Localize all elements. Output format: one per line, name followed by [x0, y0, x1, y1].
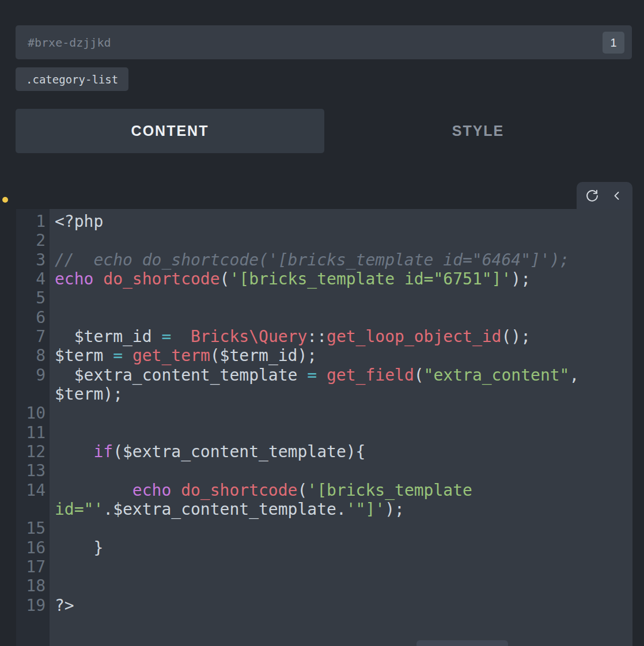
line-number: 12: [16, 442, 50, 461]
code-line: 6: [16, 308, 632, 327]
chevron-left-icon[interactable]: [607, 186, 627, 206]
code-line-text: [50, 308, 55, 327]
code-line-text: [50, 519, 55, 538]
line-number: 1: [16, 212, 50, 231]
code-line: 7 $term_id = Bricks\Query::get_loop_obje…: [16, 327, 632, 346]
code-line-text: if($extra_content_template){: [50, 442, 365, 461]
line-number: 5: [16, 288, 50, 307]
tab-style[interactable]: STYLE: [324, 109, 632, 153]
code-line: id="'.$extra_content_template.'"]');: [16, 500, 632, 519]
line-number: 6: [16, 308, 50, 327]
code-line: 11: [16, 423, 632, 442]
line-number: 15: [16, 519, 50, 538]
code-line: 19?>: [16, 596, 632, 615]
horizontal-scrollbar-thumb[interactable]: [416, 640, 508, 646]
code-line: 1<?php: [16, 212, 632, 231]
code-line-text: ?>: [50, 596, 74, 615]
code-line-text: // echo do_shortcode('[bricks_template i…: [50, 250, 569, 269]
code-line-text: }: [50, 538, 103, 557]
code-line: 4echo do_shortcode('[bricks_template id=…: [16, 269, 632, 288]
line-number: 13: [16, 461, 50, 480]
code-line: 18: [16, 576, 632, 595]
line-number: 14: [16, 481, 50, 500]
line-number: [16, 385, 50, 404]
code-line-text: $extra_content_template = get_field("ext…: [50, 366, 579, 385]
element-id-input[interactable]: #brxe-dzjjkd 1: [16, 25, 632, 59]
line-number: 4: [16, 269, 50, 288]
code-line-text: id="'.$extra_content_template.'"]');: [50, 500, 404, 519]
bricks-builder-code-panel: { "element": { "id_label": "#brxe-dzjjkd…: [0, 0, 644, 646]
code-line: 15: [16, 519, 632, 538]
line-number: 2: [16, 231, 50, 250]
line-number: 9: [16, 366, 50, 385]
code-line: 2: [16, 231, 632, 250]
code-line-text: [50, 423, 55, 442]
code-line-text: echo do_shortcode('[bricks_template id="…: [50, 269, 531, 288]
code-editor-toolbar: [577, 182, 632, 209]
element-id-placeholder: #brxe-dzjjkd: [16, 36, 632, 50]
code-line-text: [50, 557, 55, 576]
code-line-text: $term_id = Bricks\Query::get_loop_object…: [50, 327, 531, 346]
code-line-text: [50, 461, 55, 480]
code-line: 14 echo do_shortcode('[bricks_template: [16, 481, 632, 500]
line-number: 10: [16, 404, 50, 423]
code-line-text: [50, 404, 55, 423]
line-number: [16, 500, 50, 519]
code-line: 5: [16, 288, 632, 307]
line-number: 11: [16, 423, 50, 442]
code-line: 3// echo do_shortcode('[bricks_template …: [16, 250, 632, 269]
refresh-icon[interactable]: [582, 186, 602, 206]
line-number: 8: [16, 346, 50, 365]
code-line: 8$term = get_term($term_id);: [16, 346, 632, 365]
code-line-text: [50, 288, 55, 307]
tab-content[interactable]: CONTENT: [16, 109, 324, 153]
code-editor[interactable]: 1<?php23// echo do_shortcode('[bricks_te…: [16, 209, 632, 646]
element-class-chip[interactable]: .category-list: [16, 67, 128, 91]
element-count-badge: 1: [603, 32, 624, 54]
line-number: 19: [16, 596, 50, 615]
line-number: 18: [16, 576, 50, 595]
code-line-text: $term = get_term($term_id);: [50, 346, 317, 365]
code-line: 12 if($extra_content_template){: [16, 442, 632, 461]
code-line-text: $term);: [50, 385, 123, 404]
code-line-text: <?php: [50, 212, 103, 231]
tab-content-label: CONTENT: [131, 123, 209, 139]
tab-style-label: STYLE: [452, 123, 505, 139]
line-number: 17: [16, 557, 50, 576]
code-line: 17: [16, 557, 632, 576]
code-line-text: echo do_shortcode('[bricks_template: [50, 481, 482, 500]
code-content: 1<?php23// echo do_shortcode('[bricks_te…: [16, 212, 632, 615]
code-line: 13: [16, 461, 632, 480]
code-line: $term);: [16, 385, 632, 404]
line-number: 16: [16, 538, 50, 557]
code-line: 9 $extra_content_template = get_field("e…: [16, 366, 632, 385]
hover-indicator-dot: [2, 197, 8, 203]
code-line: 16 }: [16, 538, 632, 557]
line-number: 7: [16, 327, 50, 346]
code-line-text: [50, 231, 55, 250]
code-line: 10: [16, 404, 632, 423]
line-number: 3: [16, 250, 50, 269]
code-line-text: [50, 576, 55, 595]
